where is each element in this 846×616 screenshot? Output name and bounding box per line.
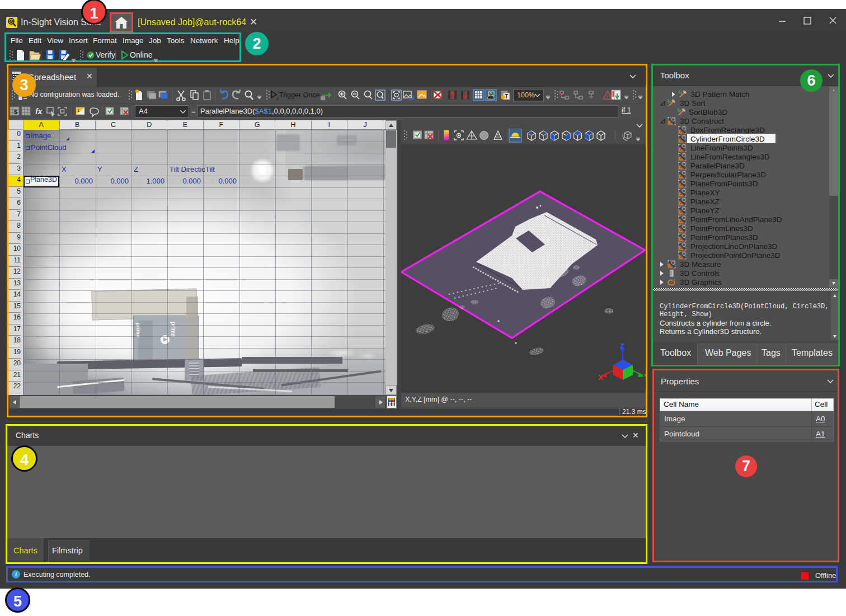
- svg-text:X: X: [598, 373, 603, 382]
- svg-text:Z: Z: [620, 342, 624, 350]
- svg-text:T: T: [505, 93, 508, 100]
- svg-text:1: 1: [77, 108, 80, 113]
- svg-text:!: !: [607, 94, 608, 100]
- svg-text:100%: 100%: [517, 91, 535, 99]
- svg-text:fx: fx: [35, 107, 43, 116]
- svg-text:$: $: [14, 109, 17, 115]
- svg-text:Y: Y: [644, 373, 646, 381]
